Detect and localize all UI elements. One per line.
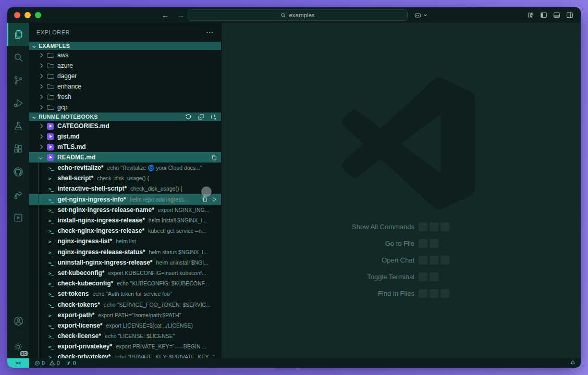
activity-item-testing[interactable]: [7, 115, 29, 138]
folder-icon: [47, 63, 54, 69]
section-header-examples[interactable]: EXAMPLES: [29, 42, 221, 50]
account-icon: [13, 315, 24, 327]
shortcut-row: Go to File: [237, 235, 498, 252]
copilot-menu[interactable]: [413, 10, 427, 20]
notebook-cell-row[interactable]: set-nginx-ingress-release-name* export N…: [29, 205, 221, 215]
shortcut-keys: [419, 239, 498, 248]
notebook-cell-row[interactable]: set-tokens echo "Auth token for service …: [29, 289, 221, 299]
zoom-window-button[interactable]: [35, 12, 41, 18]
terminal-icon: [48, 174, 53, 182]
more-actions-icon[interactable]: [206, 29, 214, 35]
activity-item-explorer[interactable]: [7, 23, 29, 46]
copy-icon[interactable]: [201, 196, 208, 203]
folder-row[interactable]: aws: [29, 50, 221, 60]
remote-indicator[interactable]: [7, 358, 29, 368]
notebook-cell-row[interactable]: check-license* echo "LICENSE: $LICENSE": [29, 331, 221, 341]
customize-layout-button[interactable]: [526, 11, 535, 19]
folder-row[interactable]: dagger: [29, 71, 221, 81]
activity-item-run-debug[interactable]: [7, 92, 29, 115]
sidebar-right-icon: [566, 11, 574, 19]
notebook-cell-row[interactable]: check-nginx-ingress-release* kubectl get…: [29, 226, 221, 236]
activity-item-github[interactable]: [7, 160, 29, 183]
chevron-right-icon: [39, 105, 43, 109]
keycap: [419, 239, 427, 248]
cell-name: echo-revitalize*: [57, 164, 103, 171]
vscode-watermark-logo: [337, 77, 475, 216]
back-button[interactable]: ←: [162, 11, 169, 19]
collapse-all-icon[interactable]: [198, 114, 204, 120]
notebook-row[interactable]: mTLS.md: [29, 142, 221, 152]
activity-item-share[interactable]: [7, 183, 29, 206]
notebook-cell-row[interactable]: nginx-ingress-release-status* helm statu…: [29, 247, 221, 257]
cell-command-preview: echo "PRIVATE_KEY: $PRIVATE_KEY...": [115, 354, 215, 358]
shortcut-label: Toggle Terminal: [237, 273, 414, 281]
cell-command-preview: kubectl get service --n...: [148, 228, 206, 234]
activity-item-extensions[interactable]: [7, 138, 29, 160]
chevron-down-icon: [423, 13, 427, 17]
activity-item-search[interactable]: [7, 46, 29, 69]
shortcut-row: Open Chat: [237, 252, 498, 268]
notebook-cell-row[interactable]: shell-script* check_disk_usage() {: [29, 173, 221, 183]
refresh-icon[interactable]: [185, 114, 192, 120]
notebook-cell-row[interactable]: interactive-shell-script* check_disk_usa…: [29, 183, 221, 194]
notebook-cell-row[interactable]: echo-revitalize* echo "Revitalize 🌀 your…: [29, 162, 221, 173]
forward-button[interactable]: →: [177, 11, 185, 19]
problems-status[interactable]: 0 0: [34, 360, 60, 366]
copy-icon[interactable]: [211, 154, 217, 161]
keycap: [430, 256, 438, 265]
notebook-row-readme[interactable]: README.md: [29, 152, 221, 162]
notebook-cell-row[interactable]: check-privatekey* echo "PRIVATE_KEY: $PR…: [29, 352, 221, 358]
folder-row[interactable]: enhance: [29, 81, 221, 92]
folder-row[interactable]: gcp: [29, 102, 221, 113]
source-control-icon: [13, 74, 24, 86]
shortcut-keys: [419, 272, 498, 281]
notebook-cell-row[interactable]: export-path* export PATH="/some/path:$PA…: [29, 310, 221, 320]
braces-dot-icon[interactable]: [210, 114, 217, 120]
folder-row[interactable]: fresh: [29, 92, 221, 102]
cell-command-preview: helm install $NGINX_I...: [149, 217, 207, 223]
folder-row[interactable]: azure: [29, 60, 221, 71]
activity-item-runme[interactable]: [7, 206, 29, 229]
notebook-cell-row[interactable]: check-tokens* echo "SERVICE_FOO_TOKEN: $…: [29, 299, 221, 309]
cell-name: nginx-ingress-list*: [57, 238, 112, 245]
notebook-cell-row[interactable]: install-nginx-ingress-release* helm inst…: [29, 215, 221, 226]
notebook-name: README.md: [57, 154, 95, 161]
minimize-window-button[interactable]: [24, 12, 31, 18]
notebook-cell-row[interactable]: export-license* export LICENSE=$(cat ../…: [29, 320, 221, 331]
run-cell-icon[interactable]: [211, 196, 217, 203]
folder-icon: [47, 104, 54, 110]
shortcut-label: Find in Files: [237, 290, 414, 297]
error-icon: [34, 360, 40, 366]
editor-area: Show All Commands Go to File Open Chat T…: [221, 23, 581, 358]
notebook-cell-row[interactable]: export-privatekey* export PRIVATE_KEY="-…: [29, 341, 221, 352]
activity-item-source-control[interactable]: [7, 69, 29, 92]
titlebar: ← → examples: [7, 7, 581, 23]
activity-item-accounts[interactable]: [7, 309, 29, 335]
shortcut-label: Open Chat: [237, 256, 414, 264]
section-header-runme-notebooks[interactable]: RUNME NOTEBOOKS: [29, 113, 221, 121]
cell-name: export-path*: [57, 311, 94, 319]
notebook-cell-row[interactable]: nginx-ingress-list* helm list: [29, 236, 221, 246]
toggle-primary-sidebar-button[interactable]: [540, 11, 548, 19]
activity-item-settings[interactable]: SC: [7, 335, 29, 358]
notebook-row[interactable]: gist.md: [29, 131, 221, 142]
notebook-cell-row[interactable]: set-kubeconfig* export KUBECONFIG=Insert…: [29, 268, 221, 278]
folder-icon: [47, 94, 54, 100]
notebook-row[interactable]: CATEGORIES.md: [29, 121, 221, 131]
row-actions: [209, 154, 221, 161]
toggle-panel-button[interactable]: [553, 11, 561, 19]
notebook-cell-row[interactable]: get-nginx-ingress-info* helm repo add in…: [29, 194, 221, 205]
notifications[interactable]: [570, 360, 576, 366]
cell-command-preview: helm status $NGINX_I...: [149, 249, 208, 255]
toggle-secondary-sidebar-button[interactable]: [566, 11, 574, 19]
cell-name: check-privatekey*: [57, 353, 111, 358]
ports-status[interactable]: 0: [65, 360, 76, 366]
notebook-cell-row[interactable]: uninstall-nginx-ingress-release* helm un…: [29, 257, 221, 268]
notebook-cell-row[interactable]: check-kubeconfig* echo "KUBECONFIG: $KUB…: [29, 278, 221, 289]
command-center-search[interactable]: examples: [188, 9, 408, 21]
terminal-icon: [48, 248, 53, 256]
terminal-icon: [48, 269, 53, 277]
cell-command-preview: export KUBECONFIG=Insert kubeconf...: [108, 270, 206, 276]
shortcut-row: Find in Files: [237, 285, 498, 302]
close-window-button[interactable]: [14, 12, 20, 18]
